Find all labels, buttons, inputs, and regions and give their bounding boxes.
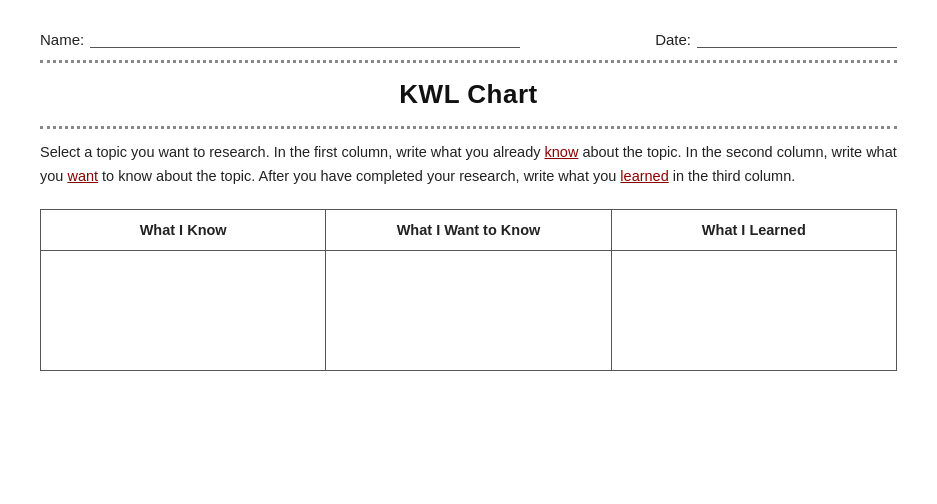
name-label: Name: [40,31,84,48]
col2-cell[interactable] [326,250,611,370]
col3-header: What I Learned [611,209,896,250]
chart-title: KWL Chart [40,73,897,116]
kwl-table: What I Know What I Want to Know What I L… [40,209,897,371]
header-row: Name: Date: [40,30,897,48]
table-row [41,250,897,370]
col3-cell[interactable] [611,250,896,370]
bottom-divider [40,126,897,129]
learned-underline: learned [620,168,668,184]
name-field: Name: [40,30,635,48]
col1-cell[interactable] [41,250,326,370]
top-divider [40,60,897,63]
date-field: Date: [655,30,897,48]
date-line[interactable] [697,30,897,48]
date-label: Date: [655,31,691,48]
col1-header: What I Know [41,209,326,250]
name-line[interactable] [90,30,520,48]
table-header-row: What I Know What I Want to Know What I L… [41,209,897,250]
know-underline: know [545,144,579,160]
col2-header: What I Want to Know [326,209,611,250]
want-underline: want [67,168,98,184]
instructions: Select a topic you want to research. In … [40,141,897,189]
